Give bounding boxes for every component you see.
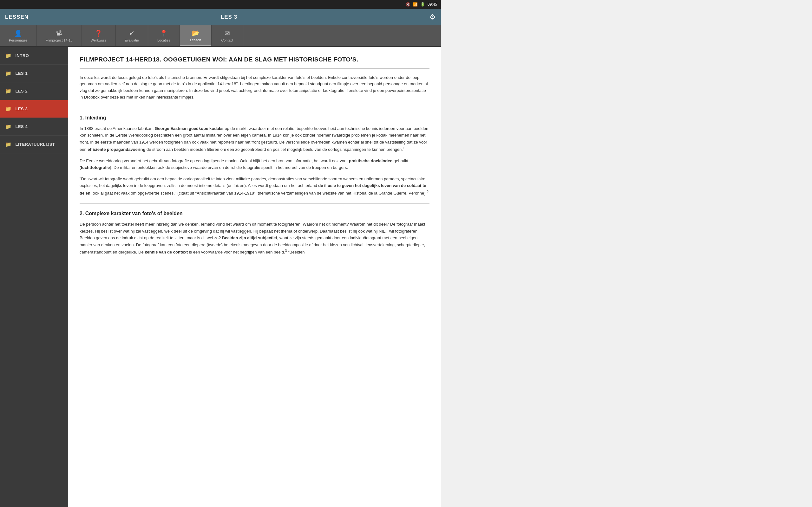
sidebar-item-les4[interactable]: 📁 LES 4	[0, 118, 68, 135]
tab-evaluatie[interactable]: ✔ Evaluatie	[116, 25, 148, 46]
filmproject-icon: 📽	[56, 30, 62, 37]
top-nav: LESSEN LES 3 ⚙	[0, 9, 441, 25]
folder-icon-les4: 📁	[5, 124, 12, 130]
tab-locaties[interactable]: 📍 Locaties	[148, 25, 180, 46]
folder-icon-les2: 📁	[5, 88, 12, 94]
filmproject-label: Filmproject 14-18	[46, 38, 72, 42]
battery-icon: 🔋	[420, 2, 425, 7]
section-body-inleiding-1: In 1888 bracht de Amerikaanse fabrikant …	[80, 125, 429, 153]
main-layout: 📁 INTRO 📁 LES 1 📁 LES 2 📁 LES 3 📁 LES 4 …	[0, 47, 441, 507]
lessen-icon: 📂	[192, 29, 200, 37]
content-title: FILMPROJECT 14-HERD18. OOGGETUIGEN WOI: …	[80, 56, 429, 69]
tab-lessen[interactable]: 📂 Lessen	[180, 25, 212, 46]
mute-icon: 🔇	[406, 2, 410, 7]
contact-label: Contact	[221, 38, 233, 42]
tabs-row: 👤 Personages 📽 Filmproject 14-18 ❓ Werkw…	[0, 25, 441, 47]
sidebar-label-les3: LES 3	[15, 107, 28, 111]
section-body-complexe-1: De persoon achter het toestel heeft meer…	[80, 221, 429, 256]
tab-personages[interactable]: 👤 Personages	[0, 25, 37, 46]
content-intro: In deze les wordt de focus gelegd op fot…	[80, 74, 429, 101]
sidebar-item-les2[interactable]: 📁 LES 2	[0, 82, 68, 100]
section-body-inleiding-2: De Eerste wereldoorlog verandert het geb…	[80, 158, 429, 171]
personages-label: Personages	[9, 38, 28, 42]
sidebar-item-intro[interactable]: 📁 INTRO	[0, 47, 68, 65]
divider-2	[80, 204, 429, 204]
tab-filmproject[interactable]: 📽 Filmproject 14-18	[37, 25, 82, 46]
folder-icon-les3: 📁	[5, 106, 12, 112]
app-title: LESSEN	[5, 14, 29, 20]
evaluatie-icon: ✔	[129, 30, 135, 37]
locaties-icon: 📍	[160, 30, 168, 37]
locaties-label: Locaties	[157, 38, 170, 42]
sidebar-item-literatuurlijst[interactable]: 📁 LITERATUURLIJST	[0, 135, 68, 153]
lesson-title: LES 3	[221, 14, 237, 20]
lessen-label: Lessen	[190, 38, 201, 42]
sidebar: 📁 INTRO 📁 LES 1 📁 LES 2 📁 LES 3 📁 LES 4 …	[0, 47, 68, 507]
sidebar-label-intro: INTRO	[15, 53, 29, 58]
settings-icon[interactable]: ⚙	[429, 13, 436, 21]
sidebar-label-les2: LES 2	[15, 89, 28, 94]
sidebar-label-les1: LES 1	[15, 71, 28, 76]
werkwijze-icon: ❓	[95, 30, 102, 37]
divider-1	[80, 108, 429, 108]
wifi-icon: 📶	[413, 2, 418, 7]
status-bar: 🔇 📶 🔋 09:45	[0, 0, 441, 9]
section-heading-inleiding: 1. Inleiding	[80, 115, 429, 121]
sidebar-label-literatuurlijst: LITERATUURLIJST	[15, 142, 55, 147]
folder-icon-les1: 📁	[5, 70, 12, 76]
werkwijze-label: Werkwijze	[91, 38, 107, 42]
sidebar-item-les1[interactable]: 📁 LES 1	[0, 65, 68, 82]
tab-werkwijze[interactable]: ❓ Werkwijze	[82, 25, 116, 46]
content-area[interactable]: FILMPROJECT 14-HERD18. OOGGETUIGEN WOI: …	[68, 47, 441, 507]
folder-icon-literatuurlijst: 📁	[5, 141, 12, 147]
contact-icon: ✉	[224, 30, 230, 37]
status-icons: 🔇 📶 🔋 09:45	[406, 2, 437, 7]
clock: 09:45	[427, 2, 437, 7]
evaluatie-label: Evaluatie	[125, 38, 139, 42]
folder-icon-intro: 📁	[5, 53, 12, 59]
sidebar-label-les4: LES 4	[15, 124, 28, 129]
personages-icon: 👤	[14, 30, 22, 37]
tab-contact[interactable]: ✉ Contact	[212, 25, 243, 46]
sidebar-item-les3[interactable]: 📁 LES 3	[0, 100, 68, 118]
section-body-inleiding-quote: "De zwart-wit fotografie wordt gebruikt …	[80, 176, 429, 197]
section-heading-complexe: 2. Complexe karakter van foto's of beeld…	[80, 211, 429, 216]
